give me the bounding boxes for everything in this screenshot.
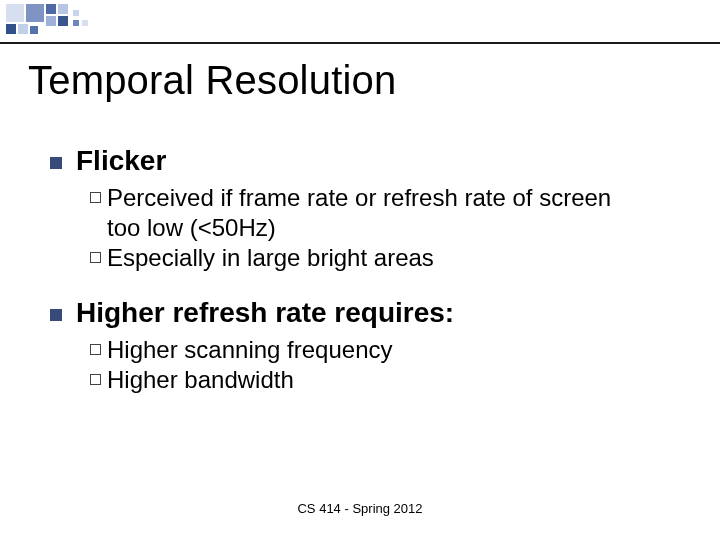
slide-title: Temporal Resolution xyxy=(28,58,396,103)
bullet-group: Higher refresh rate requires: Higher sca… xyxy=(50,297,680,395)
decor-square xyxy=(6,4,24,22)
slide-body: Flicker Perceived if frame rate or refre… xyxy=(50,145,680,419)
decor-square xyxy=(46,16,56,26)
bullet-group: Flicker Perceived if frame rate or refre… xyxy=(50,145,680,273)
bullet-level2: Higher scanning frequency xyxy=(90,335,680,365)
header-decor xyxy=(0,0,720,46)
decor-square xyxy=(18,24,28,34)
decor-square xyxy=(82,20,88,26)
sub-bullet-text: Higher bandwidth xyxy=(107,365,294,395)
decor-square xyxy=(73,10,79,16)
sub-bullet-text: Higher scanning frequency xyxy=(107,335,393,365)
decor-square xyxy=(58,16,68,26)
square-bullet-icon xyxy=(50,309,62,321)
bullet-level2: Perceived if frame rate or refresh rate … xyxy=(90,183,680,243)
bullet-label: Flicker xyxy=(76,145,166,177)
square-bullet-icon xyxy=(50,157,62,169)
decor-square xyxy=(46,4,56,14)
header-rule xyxy=(0,42,720,44)
decor-square xyxy=(73,20,79,26)
decor-square xyxy=(6,24,16,34)
bullet-label: Higher refresh rate requires: xyxy=(76,297,454,329)
sub-bullet-text: Especially in large bright areas xyxy=(107,243,434,273)
bullet-level1: Higher refresh rate requires: xyxy=(50,297,680,329)
bullet-level2: Higher bandwidth xyxy=(90,365,680,395)
decor-square xyxy=(26,4,44,22)
bullet-level1: Flicker xyxy=(50,145,680,177)
open-square-bullet-icon xyxy=(90,344,101,355)
sub-bullet-text: Perceived if frame rate or refresh rate … xyxy=(107,183,647,243)
open-square-bullet-icon xyxy=(90,374,101,385)
open-square-bullet-icon xyxy=(90,252,101,263)
slide-footer: CS 414 - Spring 2012 xyxy=(0,501,720,516)
open-square-bullet-icon xyxy=(90,192,101,203)
bullet-level2: Especially in large bright areas xyxy=(90,243,680,273)
slide: Temporal Resolution Flicker Perceived if… xyxy=(0,0,720,540)
decor-square xyxy=(58,4,68,14)
decor-square xyxy=(30,26,38,34)
